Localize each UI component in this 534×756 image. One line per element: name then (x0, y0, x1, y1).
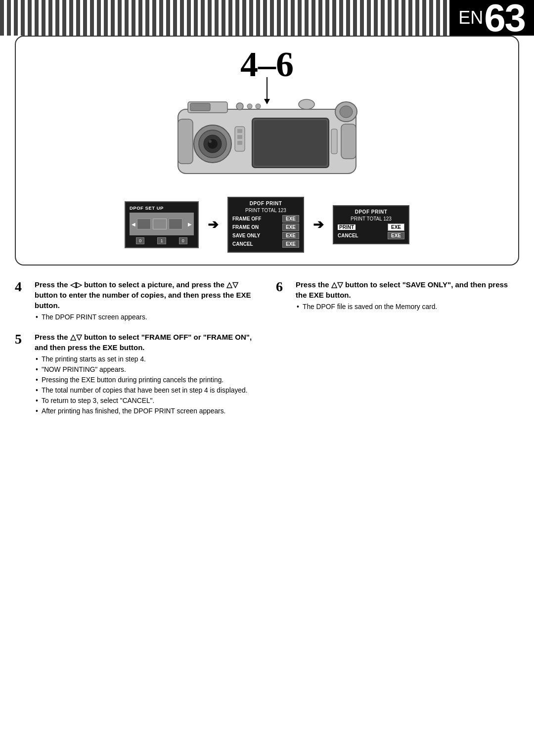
screens-row: DPOF SET UP ◀ ▶ 0 1 0 ➔ (31, 197, 503, 253)
dpof-print-2-subtitle: PRINT TOTAL 123 (338, 216, 404, 222)
dpof-setup-screen: DPOF SET UP ◀ ▶ 0 1 0 (125, 201, 199, 248)
step-6-block: 6 Press the △▽ button to select "SAVE ON… (276, 279, 519, 312)
row-cancel-2: CANCEL EXE (338, 232, 404, 239)
step-5-main: Press the △▽ button to select "FRAME OFF… (35, 332, 258, 353)
step-4-number: 4 (15, 279, 29, 323)
row-frame-off: FRAME OFF EXE (232, 215, 299, 222)
step-5-bullet-1: The printing starts as set in step 4. (35, 355, 258, 364)
step-6-main: Press the △▽ button to select "SAVE ONLY… (296, 279, 519, 300)
header-bar: EN63 (0, 0, 534, 36)
num-0-right: 0 (179, 237, 187, 244)
svg-rect-13 (178, 119, 193, 164)
dpof-print-2-title: DPOF PRINT (338, 209, 404, 215)
step-5-bullet-5: To return to step 3, select "CANCEL". (35, 396, 258, 406)
camera-area (31, 82, 503, 186)
arrow-right-icon: ▶ (188, 222, 192, 227)
step-5-text: Press the △▽ button to select "FRAME OFF… (35, 332, 258, 417)
cancel-2-exe: EXE (388, 232, 404, 239)
cancel-1-exe: EXE (282, 240, 299, 248)
svg-point-7 (256, 104, 261, 109)
dpof-setup-bottom: 0 1 0 (130, 237, 194, 244)
step-5-bullet-6: After printing has finished, the DPOF PR… (35, 406, 258, 416)
dpof-print-screen-1: DPOF PRINT PRINT TOTAL 123 FRAME OFF EXE… (227, 197, 304, 253)
row-print: PRINT EXE (338, 223, 404, 231)
print-label: PRINT (338, 224, 356, 230)
page-number: EN63 (449, 0, 534, 36)
save-only-label: SAVE ONLY (232, 233, 260, 238)
svg-point-10 (340, 106, 353, 118)
step-6-bullet-1: The DPOF file is saved on the Memory car… (296, 302, 519, 312)
step-5-block: 5 Press the △▽ button to select "FRAME O… (15, 332, 258, 417)
save-only-exe: EXE (282, 232, 299, 239)
svg-point-8 (299, 99, 314, 109)
row-save-only: SAVE ONLY EXE (232, 232, 299, 239)
step-6-bullets: The DPOF file is saved on the Memory car… (296, 302, 519, 312)
arrow-left-icon: ◀ (132, 222, 135, 227)
num-0-left: 0 (136, 237, 144, 244)
dpof-print-1-subtitle: PRINT TOTAL 123 (232, 208, 299, 213)
svg-rect-12 (254, 120, 327, 166)
svg-point-5 (236, 103, 243, 110)
dpof-print-1-title: DPOF PRINT (232, 201, 299, 206)
row-cancel-1: CANCEL EXE (232, 240, 299, 248)
dpof-setup-title: DPOF SET UP (130, 205, 194, 211)
num-1: 1 (157, 237, 166, 244)
dpof-print-screen-2: DPOF PRINT PRINT TOTAL 123 PRINT EXE CAN… (333, 205, 409, 244)
main-content: 4–6 (15, 36, 519, 746)
step-4-bullet-1: The DPOF PRINT screen appears. (35, 312, 258, 322)
step-5-bullet-3: Pressing the EXE button during printing … (35, 375, 258, 385)
svg-rect-18 (237, 141, 242, 145)
frame-on-exe: EXE (282, 223, 299, 231)
svg-rect-16 (237, 129, 242, 133)
frame-off-label: FRAME OFF (232, 216, 261, 222)
step-6-text: Press the △▽ button to select "SAVE ONLY… (296, 279, 519, 312)
instructions-left: 4 Press the ◁▷ button to select a pictur… (15, 279, 258, 426)
step-4-text: Press the ◁▷ button to select a picture,… (35, 279, 258, 323)
print-exe: EXE (388, 223, 404, 231)
step-6-number: 6 (276, 279, 290, 312)
step-5-bullet-4: The total number of copies that have bee… (35, 386, 258, 396)
cancel-1-label: CANCEL (232, 241, 253, 247)
svg-point-23 (209, 140, 212, 143)
step-4-main: Press the ◁▷ button to select a picture,… (35, 279, 258, 311)
svg-rect-24 (331, 129, 337, 154)
cancel-2-label: CANCEL (338, 233, 358, 238)
step-4-bullets: The DPOF PRINT screen appears. (35, 312, 258, 322)
instructions-right: 6 Press the △▽ button to select "SAVE ON… (276, 279, 519, 426)
svg-point-6 (247, 104, 252, 109)
arrow-2: ➔ (313, 217, 324, 232)
en-label: EN (458, 9, 483, 27)
row-frame-on: FRAME ON EXE (232, 223, 299, 231)
arrow-1: ➔ (208, 217, 219, 232)
svg-rect-17 (237, 135, 242, 139)
frame-on-label: FRAME ON (232, 224, 259, 230)
step-5-number: 5 (15, 332, 29, 417)
frame-off-exe: EXE (282, 215, 299, 222)
header-stripes (0, 0, 449, 36)
instructions: 4 Press the ◁▷ button to select a pictur… (15, 279, 519, 426)
step-5-bullets: The printing starts as set in step 4. "N… (35, 355, 258, 416)
top-box: 4–6 (15, 36, 519, 266)
step-5-bullet-2: "NOW PRINTING" appears. (35, 365, 258, 375)
camera-illustration (163, 82, 371, 186)
svg-rect-14 (341, 124, 356, 159)
dpof-setup-inner: ◀ ▶ (130, 213, 194, 235)
step-4-block: 4 Press the ◁▷ button to select a pictur… (15, 279, 258, 323)
svg-rect-4 (190, 103, 210, 111)
